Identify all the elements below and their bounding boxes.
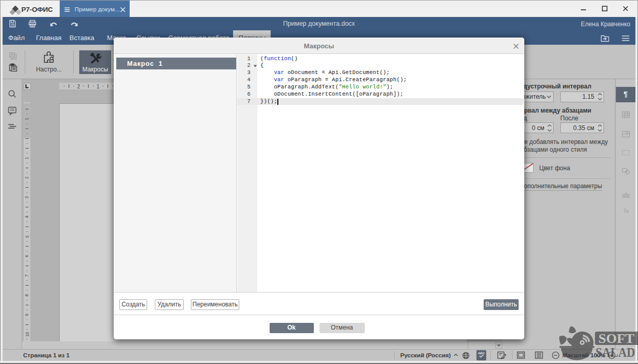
svg-text:ABC: ABC	[478, 352, 485, 355]
svg-text:4: 4	[25, 215, 30, 218]
svg-text:1: 1	[97, 84, 100, 89]
svg-text:7: 7	[25, 275, 30, 277]
svg-text:9: 9	[25, 314, 30, 316]
svg-text:6: 6	[25, 254, 30, 257]
svg-text:Ta: Ta	[623, 208, 629, 214]
svg-text:8: 8	[25, 294, 30, 297]
svg-text:SOFT: SOFT	[598, 332, 634, 345]
svg-text:SALAD: SALAD	[596, 345, 635, 359]
svg-text:5: 5	[25, 235, 30, 238]
svg-text:10: 10	[25, 332, 30, 337]
svg-text:1: 1	[25, 118, 30, 120]
svg-text:2: 2	[25, 176, 30, 179]
svg-text:1: 1	[25, 157, 30, 159]
svg-text:3: 3	[25, 196, 30, 198]
svg-text:2: 2	[77, 84, 80, 89]
